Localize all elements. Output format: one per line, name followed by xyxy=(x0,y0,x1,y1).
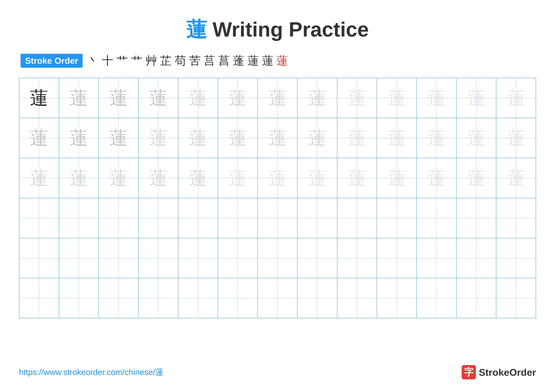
grid-cell: 蓮 xyxy=(337,158,377,198)
grid-cell xyxy=(178,198,218,238)
stroke-6: 芷 xyxy=(160,53,171,68)
grid-cell xyxy=(337,238,377,278)
footer-logo: 字 StrokeOrder xyxy=(462,365,536,379)
practice-char: 蓮 xyxy=(427,166,445,190)
grid-cell xyxy=(496,278,536,318)
practice-char: 蓮 xyxy=(467,86,485,110)
grid-cell: 蓮 xyxy=(496,118,536,158)
grid-cell: 蓮 xyxy=(19,78,59,118)
grid-cell: 蓮 xyxy=(417,78,456,118)
practice-char: 蓮 xyxy=(388,166,406,190)
grid-cell xyxy=(258,198,297,238)
grid-cell: 蓮 xyxy=(377,158,417,198)
grid-cell xyxy=(417,198,456,238)
practice-char: 蓮 xyxy=(427,126,445,150)
grid-row-3: 蓮 蓮 蓮 蓮 蓮 蓮 蓮 蓮 蓮 蓮 蓮 蓮 蓮 xyxy=(19,158,536,198)
practice-char: 蓮 xyxy=(229,126,247,150)
footer: https://www.strokeorder.com/chinese/蓮 字 … xyxy=(19,365,536,379)
grid-cell: 蓮 xyxy=(99,118,139,158)
page-title: 蓮 Writing Practice xyxy=(19,16,536,44)
strokeorder-logo-icon: 字 xyxy=(462,365,476,379)
grid-row-4 xyxy=(19,198,536,238)
practice-char: 蓮 xyxy=(110,86,128,110)
grid-cell xyxy=(178,278,218,318)
title-english: Writing Practice xyxy=(207,18,369,41)
stroke-13: 蓮 xyxy=(262,53,273,68)
grid-cell xyxy=(139,238,178,278)
grid-cell: 蓮 xyxy=(59,158,99,198)
grid-cell: 蓮 xyxy=(19,118,59,158)
grid-cell: 蓮 xyxy=(258,78,297,118)
grid-cell: 蓮 xyxy=(457,158,496,198)
practice-char: 蓮 xyxy=(507,86,525,110)
footer-url[interactable]: https://www.strokeorder.com/chinese/蓮 xyxy=(19,367,163,378)
stroke-8: 苦 xyxy=(189,53,201,68)
practice-char: 蓮 xyxy=(189,86,207,110)
grid-cell xyxy=(496,198,536,238)
practice-char: 蓮 xyxy=(110,126,128,150)
practice-char: 蓮 xyxy=(388,126,406,150)
practice-char: 蓮 xyxy=(189,126,207,150)
practice-char: 蓮 xyxy=(70,126,88,150)
practice-char: 蓮 xyxy=(308,166,326,190)
practice-char: 蓮 xyxy=(189,166,207,190)
grid-cell: 蓮 xyxy=(19,158,59,198)
practice-char: 蓮 xyxy=(348,86,366,110)
stroke-order-row: Stroke Order 丶 十 艹 艹 艸 芷 苟 苦 莒 菖 蓬 蓮 蓮 蓮 xyxy=(19,53,536,68)
grid-cell xyxy=(298,198,337,238)
practice-char: 蓮 xyxy=(467,126,485,150)
practice-grid: 蓮 蓮 蓮 蓮 蓮 蓮 蓮 蓮 蓮 蓮 蓮 蓮 蓮 蓮 蓮 蓮 蓮 蓮 蓮 蓮 … xyxy=(19,78,536,318)
grid-cell: 蓮 xyxy=(99,158,139,198)
grid-cell: 蓮 xyxy=(417,158,456,198)
grid-cell: 蓮 xyxy=(337,118,377,158)
grid-row-2: 蓮 蓮 蓮 蓮 蓮 蓮 蓮 蓮 蓮 蓮 蓮 蓮 蓮 xyxy=(19,118,536,158)
grid-cell xyxy=(457,278,496,318)
grid-cell: 蓮 xyxy=(298,78,337,118)
practice-char: 蓮 xyxy=(348,166,366,190)
grid-cell: 蓮 xyxy=(298,158,337,198)
grid-cell: 蓮 xyxy=(218,158,258,198)
grid-cell xyxy=(19,238,59,278)
stroke-7: 苟 xyxy=(175,53,186,68)
grid-cell xyxy=(258,238,297,278)
grid-cell: 蓮 xyxy=(417,118,456,158)
grid-cell xyxy=(59,238,99,278)
grid-cell xyxy=(496,238,536,278)
stroke-9: 莒 xyxy=(204,53,215,68)
practice-char: 蓮 xyxy=(467,166,485,190)
grid-cell: 蓮 xyxy=(457,78,496,118)
grid-cell: 蓮 xyxy=(139,78,178,118)
grid-cell xyxy=(298,278,337,318)
stroke-14: 蓮 xyxy=(277,53,288,68)
grid-cell xyxy=(59,278,99,318)
grid-cell: 蓮 xyxy=(59,78,99,118)
practice-char: 蓮 xyxy=(229,166,247,190)
stroke-5: 艸 xyxy=(146,53,157,68)
title-chinese-char: 蓮 xyxy=(186,18,207,41)
grid-cell xyxy=(99,198,139,238)
practice-char: 蓮 xyxy=(348,126,366,150)
grid-cell: 蓮 xyxy=(496,78,536,118)
practice-char: 蓮 xyxy=(70,86,88,110)
practice-char: 蓮 xyxy=(388,86,406,110)
grid-cell xyxy=(218,238,258,278)
grid-cell: 蓮 xyxy=(178,158,218,198)
grid-cell: 蓮 xyxy=(139,158,178,198)
grid-cell: 蓮 xyxy=(258,118,297,158)
stroke-3: 艹 xyxy=(117,53,128,68)
grid-cell xyxy=(139,278,178,318)
practice-char: 蓮 xyxy=(427,86,445,110)
grid-cell: 蓮 xyxy=(99,78,139,118)
stroke-order-badge: Stroke Order xyxy=(21,54,83,68)
practice-char: 蓮 xyxy=(70,166,88,190)
page: 蓮 Writing Practice Stroke Order 丶 十 艹 艹 … xyxy=(0,0,555,392)
practice-char: 蓮 xyxy=(30,86,48,110)
grid-cell xyxy=(377,278,417,318)
practice-char: 蓮 xyxy=(269,86,287,110)
grid-cell: 蓮 xyxy=(258,158,297,198)
grid-cell xyxy=(457,238,496,278)
grid-cell xyxy=(218,198,258,238)
grid-cell xyxy=(19,278,59,318)
practice-char: 蓮 xyxy=(149,166,167,190)
grid-cell xyxy=(417,278,456,318)
